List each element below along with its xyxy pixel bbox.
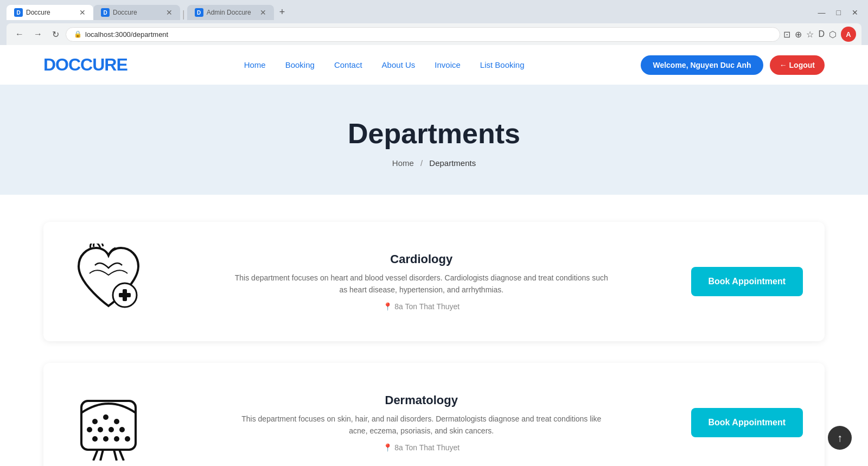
cardiology-info: Cardiology This department focuses on he… xyxy=(174,252,669,311)
tab-title-1: Doccure xyxy=(26,9,76,16)
cardiology-location-text: 8a Ton That Thuyet xyxy=(394,302,459,311)
welcome-button[interactable]: Welcome, Nguyen Duc Anh xyxy=(641,55,763,75)
tab-favicon-2: D xyxy=(101,8,110,17)
dermatology-icon xyxy=(65,379,152,466)
svg-point-7 xyxy=(98,427,103,432)
dermatology-desc: This department focuses on skin, hair, a… xyxy=(232,413,611,437)
department-card-cardiology: Cardiology This department focuses on he… xyxy=(43,222,825,341)
tabs-container: D Doccure ✕ D Doccure ✕ | D Admin Doccur… xyxy=(7,4,808,20)
translate-icon[interactable]: ⊕ xyxy=(795,29,802,40)
logo-doc: DOCC xyxy=(43,55,92,74)
svg-line-18 xyxy=(119,450,124,461)
cardiology-location: 📍 8a Ton That Thuyet xyxy=(174,302,669,311)
nav-about[interactable]: About Us xyxy=(382,60,416,69)
breadcrumb-home-link[interactable]: Home xyxy=(392,158,414,168)
doccure-icon[interactable]: D xyxy=(818,29,825,39)
profile-avatar[interactable]: A xyxy=(841,27,856,42)
logo-text: DOCCURE xyxy=(43,55,127,75)
window-close-button[interactable]: ✕ xyxy=(848,8,861,17)
book-appointment-cardiology[interactable]: Book Appointment xyxy=(691,267,803,296)
heart-svg xyxy=(71,244,146,320)
tab-separator: | xyxy=(180,9,187,20)
lock-icon: 🔒 xyxy=(74,30,82,38)
svg-point-6 xyxy=(114,419,119,424)
nav-right: Welcome, Nguyen Duc Anh ← Logout xyxy=(641,55,825,75)
browser-tab-2[interactable]: D Doccure ✕ xyxy=(93,5,180,20)
window-controls: — □ ✕ xyxy=(815,8,861,17)
skin-svg xyxy=(71,385,146,461)
tab-close-2[interactable]: ✕ xyxy=(166,9,173,16)
tab-title-3: Admin Doccure xyxy=(207,9,257,16)
forward-button[interactable]: → xyxy=(30,28,46,40)
svg-point-11 xyxy=(92,436,98,442)
dermatology-location: 📍 8a Ton That Thuyet xyxy=(174,443,669,452)
dermatology-name: Dermatology xyxy=(174,393,669,407)
cardiology-desc: This department focuses on heart and blo… xyxy=(232,272,611,296)
nav-contact[interactable]: Contact xyxy=(334,60,362,69)
scroll-up-button[interactable]: ↑ xyxy=(828,426,852,450)
svg-point-5 xyxy=(103,414,108,420)
browser-tab-1[interactable]: D Doccure ✕ xyxy=(7,5,93,20)
refresh-button[interactable]: ↻ xyxy=(49,28,62,41)
dermatology-info: Dermatology This department focuses on s… xyxy=(174,393,669,452)
tab-favicon-3: D xyxy=(195,8,203,17)
tab-close-1[interactable]: ✕ xyxy=(79,9,86,16)
extensions-icon[interactable]: ⬡ xyxy=(829,29,837,40)
star-icon[interactable]: ☆ xyxy=(806,29,814,40)
navbar: DOCCURE Home Booking Contact About Us In… xyxy=(0,45,868,85)
address-bar[interactable]: 🔒 localhost:3000/department xyxy=(66,27,780,42)
departments-section: Cardiology This department focuses on he… xyxy=(0,195,868,466)
nav-home[interactable]: Home xyxy=(244,60,266,69)
browser-tab-3[interactable]: D Admin Doccure ✕ xyxy=(187,5,274,20)
svg-line-16 xyxy=(100,450,103,461)
browser-actions: ⊡ ⊕ ☆ D ⬡ A xyxy=(783,27,856,42)
tab-favicon-1: D xyxy=(14,8,23,17)
cardiology-name: Cardiology xyxy=(174,252,669,266)
dermatology-location-text: 8a Ton That Thuyet xyxy=(394,443,459,452)
svg-point-4 xyxy=(92,419,98,424)
book-appointment-dermatology[interactable]: Book Appointment xyxy=(691,408,803,437)
url-text: localhost:3000/department xyxy=(85,30,168,39)
svg-point-12 xyxy=(103,436,108,442)
breadcrumb: Home / Departments xyxy=(0,158,868,168)
logo-ure: URE xyxy=(92,55,127,74)
browser-chrome: D Doccure ✕ D Doccure ✕ | D Admin Doccur… xyxy=(0,0,868,45)
svg-line-15 xyxy=(93,450,98,461)
nav-list-booking[interactable]: List Booking xyxy=(480,60,525,69)
nav-invoice[interactable]: Invoice xyxy=(435,60,461,69)
svg-point-14 xyxy=(125,436,130,442)
browser-controls-bar: ← → ↻ 🔒 localhost:3000/department ⊡ ⊕ ☆ … xyxy=(7,23,861,45)
logout-button[interactable]: ← Logout xyxy=(770,55,825,75)
tab-close-3[interactable]: ✕ xyxy=(260,9,266,16)
location-pin-icon-2: 📍 xyxy=(383,443,392,452)
svg-point-9 xyxy=(119,427,125,432)
page-title: Departments xyxy=(0,117,868,150)
svg-rect-2 xyxy=(119,293,131,297)
cast-icon[interactable]: ⊡ xyxy=(783,29,790,40)
back-button[interactable]: ← xyxy=(12,28,27,40)
site-wrapper: DOCCURE Home Booking Contact About Us In… xyxy=(0,45,868,466)
department-card-dermatology: Dermatology This department focuses on s… xyxy=(43,363,825,466)
window-minimize-button[interactable]: — xyxy=(815,8,829,17)
cardiology-icon xyxy=(65,238,152,325)
svg-point-10 xyxy=(87,427,92,432)
breadcrumb-current: Departments xyxy=(429,158,476,168)
svg-line-17 xyxy=(114,450,117,461)
svg-point-13 xyxy=(114,436,119,442)
scroll-up-icon: ↑ xyxy=(837,432,843,444)
window-maximize-button[interactable]: □ xyxy=(833,8,844,17)
svg-point-8 xyxy=(108,427,114,432)
location-pin-icon: 📍 xyxy=(383,302,392,311)
tab-title-2: Doccure xyxy=(113,9,163,16)
nav-links: Home Booking Contact About Us Invoice Li… xyxy=(244,60,525,69)
breadcrumb-separator: / xyxy=(420,158,423,168)
logo[interactable]: DOCCURE xyxy=(43,55,127,75)
page-header: Departments Home / Departments xyxy=(0,85,868,195)
nav-booking[interactable]: Booking xyxy=(285,60,315,69)
new-tab-button[interactable]: + xyxy=(274,4,291,20)
